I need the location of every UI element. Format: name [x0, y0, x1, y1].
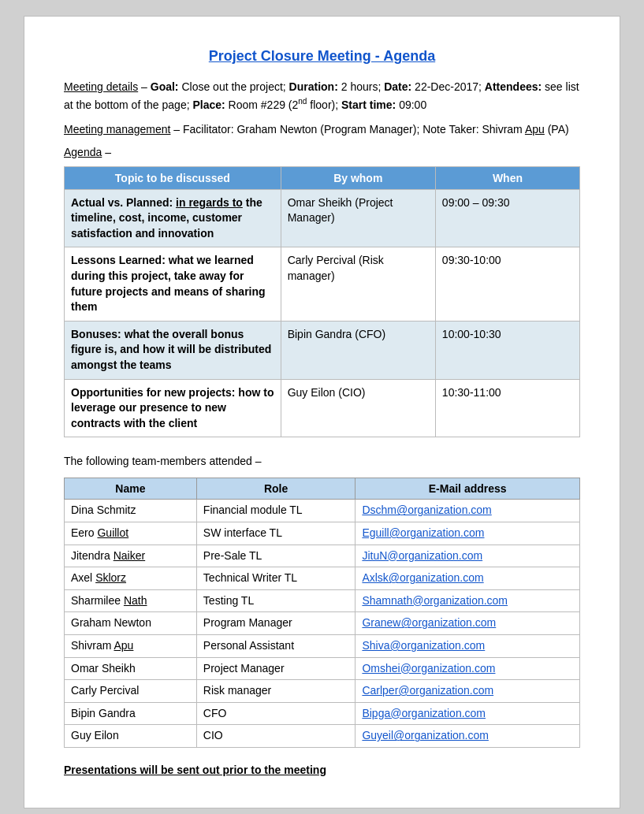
attendee-row-1: Eero GuillotSW interface TLEguill@organi…	[65, 522, 580, 545]
document-page: Project Closure Meeting - Agenda Meeting…	[24, 16, 620, 808]
attendee-row-3: Axel SklorzTechnical Writer TLAxlsk@orga…	[65, 567, 580, 590]
agenda-topic-2: Bonuses: what the overall bonus figure i…	[65, 321, 281, 379]
attendee-email-2: JituN@organization.com	[356, 545, 580, 567]
attendees-header-role: Role	[196, 478, 356, 500]
agenda-when-1: 09:30-10:00	[435, 247, 579, 321]
attendee-row-2: Jitendra NaikerPre-Sale TLJituN@organiza…	[65, 545, 580, 567]
agenda-topic-3: Opportunities for new projects: how to l…	[65, 379, 281, 437]
agenda-bywhom-2: Bipin Gandra (CFO)	[281, 321, 435, 379]
attendee-name-3: Axel Sklorz	[65, 567, 197, 590]
date-label: Date:	[384, 80, 411, 93]
attendee-role-4: Testing TL	[196, 589, 356, 612]
agenda-when-2: 10:00-10:30	[435, 321, 579, 379]
agenda-topic-0: Actual vs. Planned: in regards to the ti…	[65, 189, 281, 247]
agenda-row-3: Opportunities for new projects: how to l…	[65, 379, 580, 437]
agenda-row-2: Bonuses: what the overall bonus figure i…	[65, 321, 580, 379]
attendee-role-7: Project Manager	[196, 657, 356, 680]
meeting-details-section: Meeting details – Goal: Close out the pr…	[64, 79, 580, 113]
agenda-row-0: Actual vs. Planned: in regards to the ti…	[65, 189, 580, 247]
start-value: 09:00	[399, 98, 426, 111]
meeting-details-separator: –	[141, 80, 151, 93]
attendee-email-3: Axlsk@organization.com	[356, 567, 580, 590]
attendees-header-row: Name Role E-Mail address	[65, 478, 580, 500]
agenda-table-header-row: Topic to be discussed By whom When	[65, 166, 580, 189]
attendee-role-9: CFO	[196, 702, 356, 725]
attendee-email-0: Dschm@organization.com	[356, 500, 580, 522]
attendee-email-9: Bipga@organization.com	[356, 702, 580, 725]
attendee-name-2: Jitendra Naiker	[65, 545, 197, 567]
goal-value: Close out the project;	[181, 80, 288, 93]
attendees-header-name: Name	[65, 478, 197, 500]
attendee-row-6: Shivram ApuPersonal AssistantShiva@organ…	[65, 634, 580, 657]
start-label: Start time:	[341, 98, 396, 111]
agenda-topic-1: Lessons Learned: what we learned during …	[65, 247, 281, 321]
attendee-role-0: Financial module TL	[196, 500, 356, 522]
attendee-name-9: Bipin Gandra	[65, 702, 197, 725]
attendee-name-4: Sharmilee Nath	[65, 589, 197, 612]
attendee-name-1: Eero Guillot	[65, 522, 197, 545]
attendee-email-7: Omshei@organization.com	[356, 657, 580, 680]
attendees-intro: The following team-members attended –	[64, 453, 580, 470]
duration-value: 2 hours;	[341, 80, 384, 93]
attendee-email-5: Granew@organization.com	[356, 612, 580, 635]
attendee-role-5: Program Manager	[196, 612, 356, 635]
place-value: Room #229 (2nd floor);	[229, 98, 341, 111]
agenda-header-bywhom: By whom	[281, 166, 435, 189]
agenda-bywhom-0: Omar Sheikh (Project Manager)	[281, 189, 435, 247]
attendee-name-10: Guy Eilon	[65, 725, 197, 748]
document-title: Project Closure Meeting - Agenda	[64, 48, 580, 65]
attendee-name-8: Carly Percival	[65, 680, 197, 703]
agenda-label: Agenda	[64, 146, 102, 158]
attendee-email-6: Shiva@organization.com	[356, 634, 580, 657]
place-label: Place:	[192, 98, 225, 111]
attendee-row-7: Omar SheikhProject ManagerOmshei@organiz…	[65, 657, 580, 680]
agenda-bywhom-3: Guy Eilon (CIO)	[281, 379, 435, 437]
attendee-row-4: Sharmilee NathTesting TLShamnath@organiz…	[65, 589, 580, 612]
superscript-nd: nd	[298, 97, 307, 106]
attendee-row-8: Carly PercivalRisk managerCarlper@organi…	[65, 680, 580, 703]
footer-note: Presentations will be sent out prior to …	[64, 764, 580, 776]
attendee-email-1: Eguill@organization.com	[356, 522, 580, 545]
agenda-table: Topic to be discussed By whom When Actua…	[64, 166, 580, 438]
agenda-when-3: 10:30-11:00	[435, 379, 579, 437]
attendee-email-10: Guyeil@organization.com	[356, 725, 580, 748]
date-value: 22-Dec-2017;	[415, 80, 485, 93]
attendee-row-9: Bipin GandraCFOBipga@organization.com	[65, 702, 580, 725]
attendees-label: Attendees:	[485, 80, 542, 93]
meeting-management-section: Meeting management – Facilitator: Graham…	[64, 121, 580, 138]
attendee-role-6: Personal Assistant	[196, 634, 356, 657]
attendee-email-8: Carlper@organization.com	[356, 680, 580, 703]
attendee-role-1: SW interface TL	[196, 522, 356, 545]
agenda-header-topic: Topic to be discussed	[65, 166, 281, 189]
duration-label: Duration:	[289, 80, 338, 93]
attendee-role-3: Technical Writer TL	[196, 567, 356, 590]
meeting-management-text: – Facilitator: Graham Newton (Program Ma…	[173, 123, 568, 136]
agenda-bywhom-1: Carly Percival (Risk manager)	[281, 247, 435, 321]
agenda-when-0: 09:00 – 09:30	[435, 189, 579, 247]
attendee-name-7: Omar Sheikh	[65, 657, 197, 680]
attendee-name-6: Shivram Apu	[65, 634, 197, 657]
attendee-email-4: Shamnath@organization.com	[356, 589, 580, 612]
agenda-row-1: Lessons Learned: what we learned during …	[65, 247, 580, 321]
attendees-table: Name Role E-Mail address Dina SchmitzFin…	[64, 478, 580, 748]
meeting-details-label: Meeting details	[64, 80, 138, 93]
attendee-role-2: Pre-Sale TL	[196, 545, 356, 567]
attendee-role-10: CIO	[196, 725, 356, 748]
attendee-role-8: Risk manager	[196, 680, 356, 703]
attendee-name-0: Dina Schmitz	[65, 500, 197, 522]
goal-label: Goal:	[151, 80, 179, 93]
agenda-header-when: When	[435, 166, 579, 189]
meeting-management-label: Meeting management	[64, 123, 170, 136]
attendees-header-email: E-Mail address	[356, 478, 580, 500]
attendee-row-10: Guy EilonCIOGuyeil@organization.com	[65, 725, 580, 748]
attendee-row-5: Graham NewtonProgram ManagerGranew@organ…	[65, 612, 580, 635]
attendee-name-5: Graham Newton	[65, 612, 197, 635]
agenda-dash: –	[105, 146, 111, 158]
attendee-row-0: Dina SchmitzFinancial module TLDschm@org…	[65, 500, 580, 522]
agenda-label-line: Agenda –	[64, 146, 580, 158]
